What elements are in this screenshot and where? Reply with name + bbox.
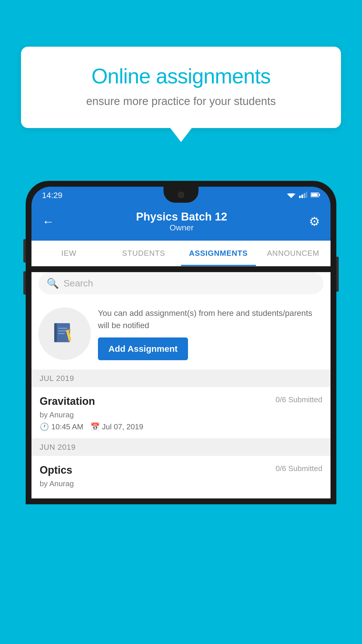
svg-rect-7 <box>319 194 320 196</box>
content-area: 🔍 Search <box>31 272 331 498</box>
signal-icon <box>299 192 307 199</box>
calendar-icon: 📅 <box>90 422 100 431</box>
assignment-item-gravitation[interactable]: Gravitation 0/6 Submitted by Anurag 🕐 10… <box>31 387 331 439</box>
svg-rect-11 <box>58 328 68 329</box>
speech-bubble-container: Online assignments ensure more practice … <box>21 47 341 128</box>
assignment-by: by Anurag <box>40 410 322 419</box>
assignment-promo: You can add assignment(s) from here and … <box>31 300 331 370</box>
side-button-volume-down <box>23 271 26 295</box>
battery-icon <box>311 192 320 199</box>
assignment-by-optics: by Anurag <box>40 479 322 488</box>
tab-iew[interactable]: IEW <box>31 241 106 266</box>
phone-container: 14:29 <box>26 181 336 644</box>
svg-rect-13 <box>58 333 65 334</box>
phone-outer: 14:29 <box>26 181 336 504</box>
clock-icon: 🕐 <box>40 422 49 431</box>
svg-rect-12 <box>58 330 68 331</box>
speech-bubble: Online assignments ensure more practice … <box>21 47 341 128</box>
search-icon: 🔍 <box>47 277 59 289</box>
status-icons <box>287 192 320 199</box>
notch <box>164 187 198 203</box>
svg-rect-10 <box>54 323 57 342</box>
batch-role: Owner <box>136 223 227 232</box>
svg-rect-2 <box>299 196 301 198</box>
back-button[interactable]: ← <box>42 215 54 229</box>
header-center: Physics Batch 12 Owner <box>136 211 227 232</box>
assignment-name: Gravitation <box>40 395 95 407</box>
assignment-header-optics: Optics 0/6 Submitted <box>40 464 322 476</box>
notebook-icon <box>52 321 78 347</box>
search-placeholder: Search <box>64 278 93 289</box>
tab-announcements[interactable]: ANNOUNCEM <box>256 241 331 266</box>
add-assignment-button[interactable]: Add Assignment <box>98 337 188 360</box>
svg-rect-5 <box>306 192 307 198</box>
svg-rect-4 <box>304 193 305 198</box>
assignment-date: 📅 Jul 07, 2019 <box>90 422 143 431</box>
search-bar[interactable]: 🔍 Search <box>38 272 324 294</box>
svg-rect-3 <box>301 195 303 198</box>
side-button-power <box>336 257 339 292</box>
promo-right: You can add assignment(s) from here and … <box>98 307 324 360</box>
assignment-submitted-optics: 0/6 Submitted <box>276 464 322 473</box>
assignment-item-optics[interactable]: Optics 0/6 Submitted by Anurag <box>31 456 331 498</box>
promo-icon-circle <box>38 307 91 360</box>
assignment-submitted: 0/6 Submitted <box>276 395 322 404</box>
side-button-volume-up <box>23 239 26 262</box>
month-separator-jul: JUL 2019 <box>31 370 331 387</box>
settings-icon[interactable]: ⚙ <box>309 214 320 229</box>
assignment-meta: 🕐 10:45 AM 📅 Jul 07, 2019 <box>40 422 322 431</box>
front-camera <box>178 192 184 198</box>
batch-title: Physics Batch 12 <box>136 211 227 223</box>
assignment-time: 🕐 10:45 AM <box>40 422 83 431</box>
promo-description: You can add assignment(s) from here and … <box>98 307 324 332</box>
tab-students[interactable]: STUDENTS <box>106 241 181 266</box>
assignment-header: Gravitation 0/6 Submitted <box>40 395 322 407</box>
bubble-subtitle: ensure more practice for your students <box>41 95 321 108</box>
tabs-container: IEW STUDENTS ASSIGNMENTS ANNOUNCEM <box>31 241 331 266</box>
tab-assignments[interactable]: ASSIGNMENTS <box>181 241 256 266</box>
assignment-name-optics: Optics <box>40 464 72 476</box>
bubble-title: Online assignments <box>41 64 321 88</box>
wifi-icon <box>287 192 296 199</box>
month-separator-jun: JUN 2019 <box>31 439 331 456</box>
phone-screen: 14:29 <box>31 187 331 498</box>
svg-rect-8 <box>311 193 318 196</box>
status-bar: 14:29 <box>31 187 331 204</box>
app-header: ← Physics Batch 12 Owner ⚙ <box>31 204 331 241</box>
status-time: 14:29 <box>42 191 62 200</box>
